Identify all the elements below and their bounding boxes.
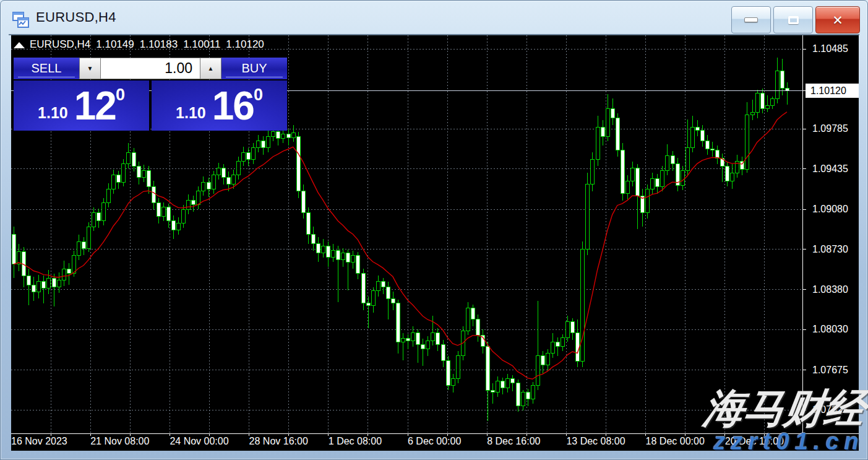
candlestick [362, 274, 366, 303]
candlestick [202, 182, 205, 191]
candlestick [431, 333, 435, 341]
watermark-text: 海马财经 [700, 381, 868, 436]
price-axis-label: 1.09785 [812, 123, 862, 135]
candlestick [32, 285, 36, 292]
minimize-icon [744, 17, 758, 22]
candlestick [157, 202, 161, 216]
candlestick [307, 213, 311, 235]
candlestick [761, 93, 765, 109]
candlestick [342, 253, 345, 260]
candlestick [332, 251, 335, 258]
restore-icon [788, 16, 799, 24]
candlestick [167, 207, 171, 221]
volume-input[interactable] [101, 58, 200, 79]
minimize-button[interactable] [731, 6, 771, 33]
candlestick [491, 390, 495, 393]
candlestick [222, 168, 226, 178]
restore-button[interactable] [773, 6, 813, 33]
buy-price-big: 16 [212, 82, 254, 130]
candlestick [466, 308, 470, 331]
candlestick [192, 201, 196, 205]
candlestick [317, 244, 320, 253]
candlestick [356, 255, 360, 274]
candlestick [506, 379, 510, 388]
candlestick [351, 255, 355, 262]
candlestick [566, 321, 570, 337]
candlestick [766, 105, 770, 109]
time-axis-label: 8 Dec 16:00 [487, 436, 540, 447]
candlestick [581, 250, 585, 362]
time-axis-label: 28 Nov 16:00 [249, 436, 308, 447]
candlestick [517, 383, 520, 406]
sell-price-button[interactable]: 1.10 12 0 [14, 80, 149, 131]
volume-decrease-button[interactable]: ▼ [79, 58, 101, 79]
candlestick [531, 386, 535, 399]
candlestick [496, 381, 500, 392]
title-bar[interactable]: EURUSD,H4 ✕ [0, 0, 868, 35]
candlestick [686, 148, 690, 171]
candlestick [402, 339, 405, 342]
sell-price-sup: 0 [116, 85, 125, 105]
candlestick [92, 213, 96, 227]
candlestick [127, 152, 131, 163]
time-axis-label: 24 Nov 00:00 [170, 436, 228, 447]
candlestick [561, 337, 565, 347]
candlestick [372, 290, 376, 305]
candlestick [102, 202, 106, 221]
candlestick [302, 191, 306, 213]
candlestick [726, 166, 729, 181]
sell-button[interactable]: SELL [14, 58, 79, 79]
buy-price-small: 1.10 [176, 104, 206, 122]
window-title: EURUSD,H4 [36, 9, 116, 25]
price-axis-label: 1.07675 [812, 364, 862, 376]
volume-increase-button[interactable]: ▲ [200, 58, 221, 79]
candlestick [62, 269, 66, 280]
candlestick [397, 303, 400, 342]
candlestick [661, 171, 664, 187]
candlestick [137, 166, 141, 177]
chart-window-icon [12, 12, 29, 28]
candlestick [147, 171, 151, 187]
candlestick [786, 89, 789, 91]
candlestick [187, 201, 191, 210]
candlestick [426, 341, 430, 349]
candlestick [447, 360, 450, 386]
candlestick [257, 141, 260, 148]
current-price-box: 1.10120 [806, 84, 859, 98]
candlestick [162, 207, 166, 217]
candlestick [486, 347, 490, 390]
candlestick [551, 342, 555, 353]
candlestick [716, 150, 720, 158]
candlestick [47, 278, 51, 289]
time-axis-label: 16 Nov 2023 [11, 436, 67, 447]
candlestick [696, 127, 700, 131]
candlestick [112, 175, 116, 189]
candlestick [571, 321, 575, 332]
candlestick [781, 71, 784, 89]
sell-price-big: 12 [74, 82, 116, 130]
candlestick [242, 152, 246, 162]
candlestick [227, 178, 231, 184]
candlestick [77, 241, 81, 255]
price-axis-label: 1.09080 [812, 203, 862, 215]
candlestick [501, 381, 505, 388]
close-button[interactable]: ✕ [815, 6, 860, 33]
candlestick [247, 152, 251, 159]
candlestick [611, 109, 615, 118]
buy-button[interactable]: BUY [221, 58, 287, 79]
header-close: 1.10120 [226, 38, 264, 50]
buy-price-button[interactable]: 1.10 16 0 [152, 80, 287, 131]
candlestick [322, 246, 325, 253]
candlestick [346, 253, 350, 263]
one-click-toggle-icon[interactable] [14, 42, 25, 48]
buy-price-sup: 0 [254, 85, 263, 105]
time-axis-label: 13 Dec 08:00 [566, 436, 625, 447]
candlestick [746, 115, 749, 170]
header-high: 1.10183 [140, 38, 178, 50]
candlestick [701, 131, 705, 141]
candlestick [476, 319, 480, 336]
candlestick [646, 189, 650, 213]
candlestick [771, 98, 775, 105]
candlestick [596, 127, 600, 159]
candlestick [751, 112, 755, 115]
